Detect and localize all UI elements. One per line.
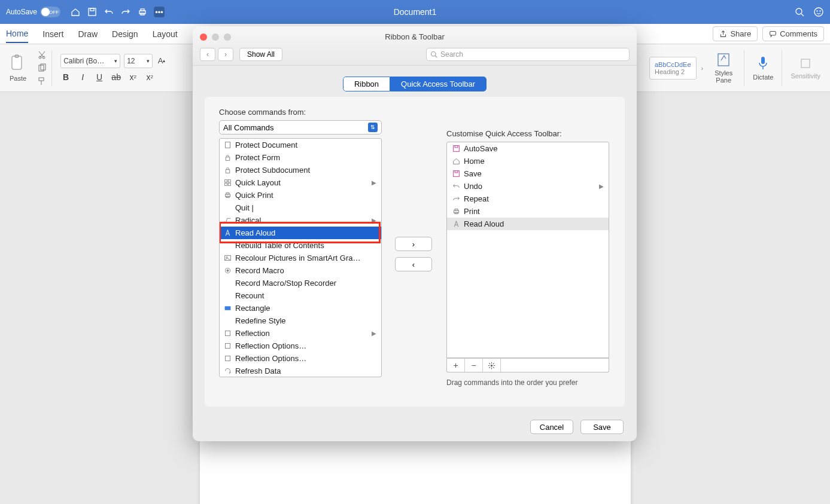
more-icon[interactable]: ••• bbox=[154, 7, 165, 17]
list-item[interactable]: Protect Subdocument bbox=[220, 164, 381, 176]
item-icon bbox=[223, 267, 232, 275]
style-heading2[interactable]: aBbCcDdEe Heading 2 bbox=[649, 57, 697, 80]
cancel-button[interactable]: Cancel bbox=[530, 420, 573, 434]
bold-button[interactable]: B bbox=[60, 72, 71, 83]
paste-group[interactable]: Paste bbox=[6, 54, 30, 82]
tab-insert[interactable]: Insert bbox=[42, 26, 63, 42]
list-item[interactable]: Reflection Options… bbox=[220, 352, 381, 365]
commands-listbox[interactable]: Protect DocumentProtect FormProtect Subd… bbox=[219, 138, 382, 377]
chevron-updown-icon: ⇅ bbox=[368, 123, 378, 132]
svg-point-48 bbox=[491, 364, 492, 366]
list-item[interactable]: AutoSave bbox=[447, 142, 609, 155]
list-item[interactable]: Recolour Pictures in SmartArt Gra… bbox=[220, 252, 381, 264]
list-item[interactable]: Refresh Data bbox=[220, 365, 381, 377]
redo-icon[interactable] bbox=[120, 7, 131, 17]
search-icon[interactable] bbox=[794, 7, 805, 17]
list-item[interactable]: Reflection▶ bbox=[220, 327, 381, 340]
tab-draw[interactable]: Draw bbox=[78, 26, 98, 42]
item-icon bbox=[452, 145, 460, 153]
svg-rect-11 bbox=[15, 55, 19, 57]
nav-forward-button[interactable]: › bbox=[218, 48, 233, 61]
font-size-selector[interactable]: 12▾ bbox=[124, 54, 153, 68]
styles-pane-button[interactable]: Styles Pane bbox=[708, 52, 739, 84]
underline-button[interactable]: U bbox=[94, 72, 105, 83]
submenu-arrow-icon: ▶ bbox=[599, 183, 604, 190]
svg-rect-29 bbox=[226, 193, 229, 194]
item-icon bbox=[223, 254, 232, 262]
list-item[interactable]: Quick Layout▶ bbox=[220, 176, 381, 189]
print-icon[interactable] bbox=[137, 7, 148, 17]
item-icon bbox=[452, 195, 460, 203]
list-item[interactable]: Rebuild Table of Contents bbox=[220, 239, 381, 252]
choose-commands-label: Choose commands from: bbox=[219, 108, 382, 117]
list-item[interactable]: Rectangle bbox=[220, 302, 381, 314]
dictate-button[interactable]: Dictate bbox=[749, 55, 777, 81]
list-item[interactable]: Record Macro bbox=[220, 264, 381, 277]
close-window-button[interactable] bbox=[200, 33, 207, 41]
qat-listbox[interactable]: AutoSaveHomeSaveUndo▶RepeatPrintRead Alo… bbox=[446, 142, 609, 358]
item-icon bbox=[223, 154, 232, 162]
list-item[interactable]: Print bbox=[447, 205, 609, 218]
show-all-button[interactable]: Show All bbox=[239, 48, 282, 61]
list-item[interactable]: Save bbox=[447, 167, 609, 180]
sensitivity-button[interactable]: Sensitivity bbox=[787, 56, 824, 80]
list-item[interactable]: Quit | bbox=[220, 201, 381, 214]
font-selector[interactable]: Calibri (Bo…▾ bbox=[60, 54, 120, 68]
grow-font-icon[interactable]: A▴ bbox=[156, 56, 167, 66]
italic-button[interactable]: I bbox=[77, 72, 88, 83]
list-item[interactable]: Redefine Style bbox=[220, 314, 381, 327]
settings-button[interactable] bbox=[483, 359, 501, 372]
item-icon bbox=[223, 242, 232, 250]
tab-home[interactable]: Home bbox=[6, 25, 28, 43]
save-button[interactable]: Save bbox=[580, 420, 624, 434]
list-item[interactable]: Recount bbox=[220, 289, 381, 302]
subscript-button[interactable]: x2 bbox=[127, 72, 138, 83]
list-item[interactable]: Record Macro/Stop Recorder bbox=[220, 277, 381, 289]
list-item[interactable]: Read Aloud bbox=[447, 218, 609, 230]
list-item[interactable]: Repeat bbox=[447, 193, 609, 205]
zoom-window-button[interactable] bbox=[224, 33, 231, 41]
copy-icon[interactable] bbox=[37, 63, 47, 73]
item-icon bbox=[223, 329, 232, 338]
item-icon bbox=[223, 292, 232, 300]
list-item[interactable]: Protect Document bbox=[220, 139, 381, 151]
list-item[interactable]: Quick Print bbox=[220, 189, 381, 201]
seg-qat-tab[interactable]: Quick Access Toolbar bbox=[390, 77, 487, 91]
remove-item-button[interactable]: − bbox=[465, 359, 483, 372]
dialog-search-input[interactable]: Search bbox=[426, 48, 630, 61]
nav-back-button[interactable]: ‹ bbox=[200, 48, 215, 61]
superscript-button[interactable]: x2 bbox=[144, 72, 155, 83]
list-item[interactable]: Radical▶ bbox=[220, 214, 381, 227]
list-item[interactable]: Read Aloud bbox=[220, 227, 381, 239]
undo-icon[interactable] bbox=[104, 7, 114, 17]
commands-from-select[interactable]: All Commands ⇅ bbox=[219, 120, 382, 135]
comments-button[interactable]: Comments bbox=[762, 26, 824, 41]
remove-command-button[interactable]: ‹ bbox=[395, 257, 432, 271]
add-item-button[interactable]: + bbox=[447, 359, 465, 372]
save-icon[interactable] bbox=[87, 7, 98, 17]
list-item[interactable]: Protect Form bbox=[220, 151, 381, 164]
minimize-window-button[interactable] bbox=[212, 33, 219, 41]
face-icon[interactable] bbox=[813, 7, 824, 17]
svg-rect-1 bbox=[90, 8, 94, 11]
format-painter-icon[interactable] bbox=[37, 77, 47, 86]
tab-layout[interactable]: Layout bbox=[153, 26, 178, 42]
autosave-toggle[interactable]: AutoSave OFF bbox=[6, 7, 60, 17]
styles-expand-icon[interactable]: › bbox=[701, 65, 704, 72]
item-icon bbox=[223, 355, 232, 363]
list-item[interactable]: Home bbox=[447, 155, 609, 167]
add-command-button[interactable]: › bbox=[395, 237, 432, 251]
item-icon bbox=[223, 179, 232, 187]
item-icon bbox=[452, 207, 460, 216]
footer-spacer bbox=[501, 359, 609, 372]
home-icon[interactable] bbox=[70, 7, 81, 17]
list-item[interactable]: Reflection Options… bbox=[220, 340, 381, 352]
list-item[interactable]: Undo▶ bbox=[447, 180, 609, 193]
share-button[interactable]: Share bbox=[713, 26, 758, 41]
item-icon bbox=[223, 229, 232, 237]
seg-ribbon-tab[interactable]: Ribbon bbox=[343, 77, 390, 91]
cut-icon[interactable] bbox=[37, 50, 47, 60]
strike-button[interactable]: ab bbox=[111, 72, 121, 83]
tab-design[interactable]: Design bbox=[112, 26, 138, 42]
toggle-switch[interactable]: OFF bbox=[40, 7, 60, 17]
